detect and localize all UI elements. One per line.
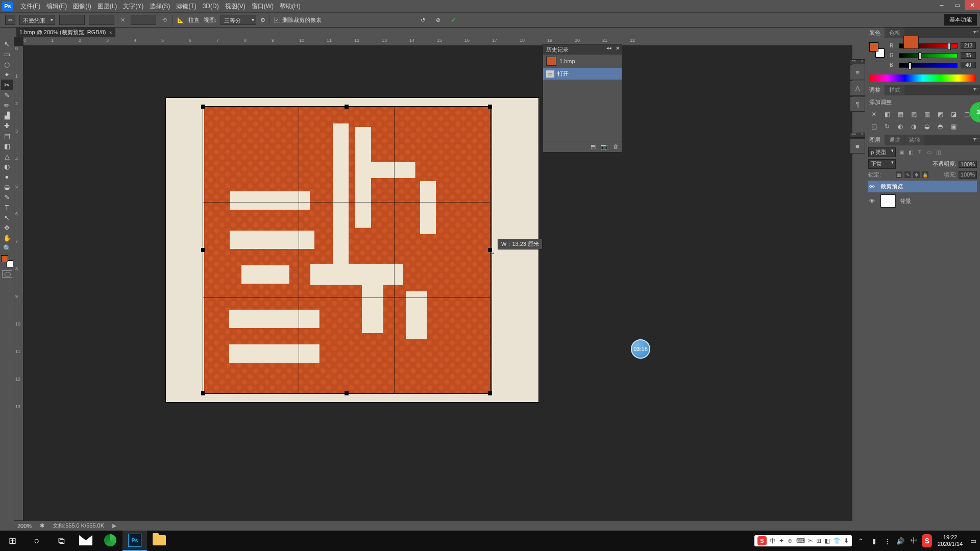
collapsed-panel-2[interactable]: A bbox=[850, 81, 865, 96]
window-restore-button[interactable]: ▭ bbox=[949, 0, 965, 10]
history-step-open[interactable]: ▭ 打开 bbox=[543, 68, 622, 80]
layer-background[interactable]: 👁 背景 bbox=[868, 192, 977, 210]
status-arrow-icon[interactable]: ▶ bbox=[112, 522, 116, 529]
ime-item-7[interactable]: ◧ bbox=[824, 537, 830, 544]
filter-smart-icon[interactable]: ◫ bbox=[935, 149, 942, 156]
hand-tool[interactable]: ✋ bbox=[1, 233, 13, 243]
color-panel-menu-icon[interactable]: ▾≡ bbox=[973, 29, 979, 35]
menu-window[interactable]: 窗口(W) bbox=[249, 0, 277, 12]
gradient-tool[interactable]: △ bbox=[1, 151, 13, 161]
adjust-icon-14[interactable]: ▣ bbox=[949, 122, 958, 131]
timer-overlay-badge[interactable]: 03:18 bbox=[631, 339, 650, 359]
adjust-icon-4[interactable]: ▥ bbox=[922, 110, 932, 118]
history-delete-icon[interactable]: 🗑 bbox=[613, 143, 619, 150]
quick-mask-toggle[interactable] bbox=[2, 270, 12, 278]
slider-b[interactable]: B 40 bbox=[890, 62, 976, 68]
history-snapshot-icon[interactable]: 📷 bbox=[601, 143, 608, 150]
history-doc-row[interactable]: 1.bmp bbox=[543, 55, 622, 68]
zoom-tool[interactable]: 🔍 bbox=[1, 243, 13, 253]
slider-g[interactable]: G 85 bbox=[890, 52, 976, 59]
crop-cancel-button[interactable]: ⊘ bbox=[433, 15, 443, 25]
ruler-vertical[interactable]: 012345678910111213 bbox=[14, 46, 23, 531]
lock-paint-icon[interactable]: ✎ bbox=[904, 171, 911, 178]
cortana-button[interactable]: ○ bbox=[24, 531, 49, 551]
workspace-switcher[interactable]: 基本功能 bbox=[944, 14, 977, 26]
layer-name[interactable]: 背景 bbox=[900, 197, 911, 205]
filter-shape-icon[interactable]: ▭ bbox=[925, 149, 933, 156]
layers-panel-menu-icon[interactable]: ▾≡ bbox=[973, 136, 979, 142]
collapsed-panel-3[interactable]: ¶ bbox=[850, 96, 865, 112]
ime-item-9[interactable]: ⬇ bbox=[844, 537, 849, 544]
fg-swatch[interactable] bbox=[869, 42, 878, 52]
menu-edit[interactable]: 编辑(E) bbox=[43, 0, 70, 12]
tab-styles[interactable]: 样式 bbox=[885, 85, 904, 95]
lock-all-icon[interactable]: 🔒 bbox=[922, 171, 928, 178]
collapsed-panel-1[interactable]: ≡ bbox=[850, 65, 865, 80]
layer-kind-select[interactable]: ρ 类型 bbox=[868, 147, 896, 157]
hue-strip[interactable] bbox=[869, 74, 976, 82]
window-close-button[interactable]: ✕ bbox=[965, 0, 980, 10]
adjust-icon-0[interactable]: ☀ bbox=[869, 110, 878, 118]
layer-name[interactable]: 裁剪预览 bbox=[880, 183, 903, 190]
status-doc-size[interactable]: 文档:555.0 K/555.0K bbox=[53, 522, 104, 530]
move-tool[interactable]: ↖ bbox=[1, 39, 13, 49]
tab-layers[interactable]: 图层 bbox=[865, 135, 885, 145]
magic-wand-tool[interactable]: ✦ bbox=[1, 69, 13, 80]
crop-tool-icon[interactable]: ✂ bbox=[5, 15, 15, 25]
ime-item-5[interactable]: ✂ bbox=[808, 537, 813, 544]
dodge-tool[interactable]: ● bbox=[1, 171, 13, 182]
adjust-icon-3[interactable]: ▨ bbox=[909, 110, 918, 118]
lasso-tool[interactable]: ◌ bbox=[1, 59, 13, 69]
opacity-value[interactable]: 100% bbox=[959, 161, 977, 168]
value-b[interactable]: 40 bbox=[961, 62, 976, 68]
ime-item-3[interactable]: ☺ bbox=[787, 537, 793, 544]
taskbar-edge[interactable] bbox=[98, 531, 122, 551]
menu-view[interactable]: 视图(V) bbox=[222, 0, 249, 12]
ime-item-1[interactable]: 中 bbox=[770, 537, 776, 545]
menu-3d[interactable]: 3D(D) bbox=[200, 0, 222, 12]
ime-item-4[interactable]: ⌨ bbox=[796, 537, 805, 544]
adjust-icon-10[interactable]: ◐ bbox=[896, 122, 905, 131]
document-tab-close-icon[interactable]: × bbox=[109, 30, 112, 36]
ime-item-2[interactable]: ✦ bbox=[779, 537, 784, 544]
tray-overflow-icon[interactable]: ⌃ bbox=[854, 531, 867, 551]
collapsed-panel-header[interactable] bbox=[850, 59, 865, 64]
history-panel[interactable]: 历史记录 ◂◂ ✕ 1.bmp ▭ 打开 ⬒ 📷 🗑 bbox=[543, 44, 622, 153]
value-g[interactable]: 85 bbox=[961, 52, 976, 59]
history-brush-tool[interactable]: ▤ bbox=[1, 131, 13, 141]
tab-swatches[interactable]: 色板 bbox=[885, 28, 904, 38]
tab-channels[interactable]: 通道 bbox=[885, 135, 904, 145]
crop-height-input[interactable] bbox=[89, 15, 114, 25]
history-new-doc-icon[interactable]: ⬒ bbox=[591, 143, 596, 150]
lock-trans-icon[interactable]: ▦ bbox=[896, 171, 902, 178]
straighten-icon[interactable]: 📐 bbox=[177, 17, 184, 23]
slider-r[interactable]: R 213 bbox=[890, 42, 976, 49]
adjust-icon-11[interactable]: ◑ bbox=[909, 122, 918, 131]
history-collapse-icon[interactable]: ◂◂ bbox=[606, 45, 611, 51]
filter-adjust-icon[interactable]: ◧ bbox=[907, 149, 914, 156]
adjust-icon-12[interactable]: ◒ bbox=[922, 122, 932, 131]
adjust-icon-5[interactable]: ◩ bbox=[936, 110, 945, 118]
crop-overlay-select[interactable]: 三等分 bbox=[220, 15, 256, 25]
tray-clock[interactable]: 19:22 2020/1/14 bbox=[934, 534, 967, 547]
eraser-tool[interactable]: ◧ bbox=[1, 141, 13, 151]
pen-tool[interactable]: ◒ bbox=[1, 182, 13, 192]
track-b[interactable] bbox=[899, 63, 958, 68]
crop-options-gear-icon[interactable]: ⚙ bbox=[260, 17, 265, 23]
shape-tool[interactable]: ✥ bbox=[1, 222, 13, 233]
fill-value[interactable]: 100% bbox=[959, 171, 977, 179]
tray-ime-icon[interactable]: 中 bbox=[907, 531, 920, 551]
layer-visibility-icon[interactable]: 👁 bbox=[869, 198, 876, 204]
menu-help[interactable]: 帮助(H) bbox=[277, 0, 304, 12]
adjust-panel-menu-icon[interactable]: ▾≡ bbox=[973, 86, 979, 92]
delete-cropped-checkbox[interactable]: ✓ 删除裁剪的像素 bbox=[274, 16, 322, 24]
layer-crop-preview[interactable]: 👁 裁剪预览 bbox=[868, 181, 977, 192]
document-canvas[interactable]: ↔ W：13.23 厘米 bbox=[166, 98, 538, 402]
menu-image[interactable]: 图像(I) bbox=[70, 0, 94, 12]
adjust-icon-6[interactable]: ◪ bbox=[949, 110, 958, 118]
healing-tool[interactable]: ✏ bbox=[1, 100, 13, 110]
crop-clear-button[interactable]: ✕ bbox=[118, 16, 127, 24]
ime-toolbar[interactable]: S 中 ✦ ☺ ⌨ ✂ ⊞ ◧ 👕 ⬇ bbox=[754, 535, 852, 546]
crop-reset-button[interactable]: ↺ bbox=[418, 15, 428, 25]
adjust-icon-13[interactable]: ◓ bbox=[936, 122, 945, 131]
